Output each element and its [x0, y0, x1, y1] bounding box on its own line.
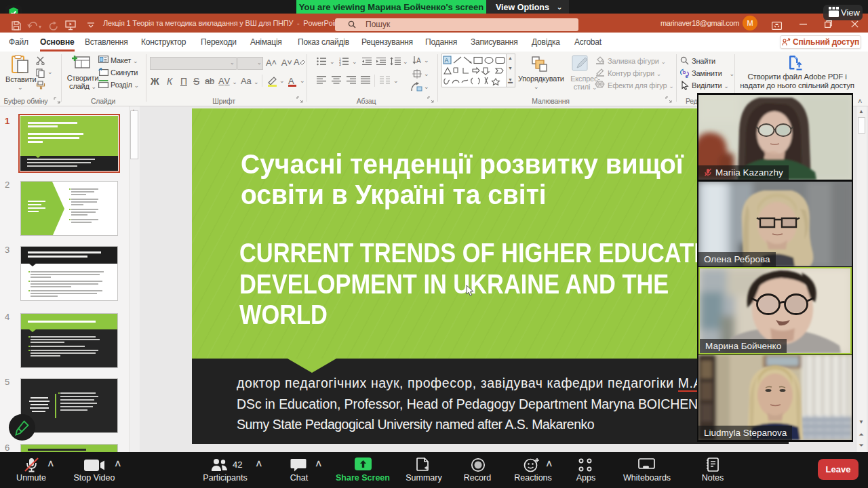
svg-text:3: 3: [339, 62, 341, 66]
svg-text:A: A: [445, 57, 449, 64]
svg-text:A: A: [294, 57, 300, 67]
svg-text:A: A: [288, 76, 294, 86]
svg-text:A: A: [416, 57, 421, 64]
